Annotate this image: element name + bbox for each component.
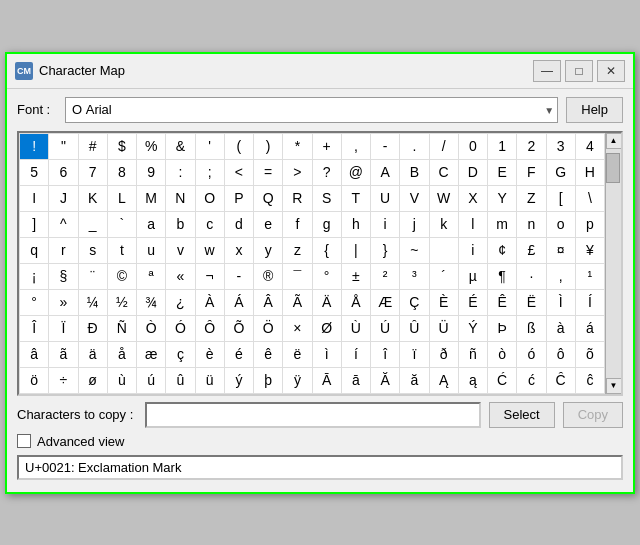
char-cell[interactable]: u <box>137 238 166 264</box>
char-cell[interactable]: » <box>49 290 78 316</box>
char-cell[interactable]: I <box>20 186 49 212</box>
char-cell[interactable]: â <box>20 342 49 368</box>
char-cell[interactable]: ÷ <box>49 368 78 394</box>
char-cell[interactable]: - <box>371 134 400 160</box>
char-cell[interactable]: D <box>459 160 488 186</box>
char-cell[interactable]: # <box>79 134 108 160</box>
char-cell[interactable]: o <box>547 212 576 238</box>
char-cell[interactable]: § <box>49 264 78 290</box>
char-cell[interactable]: ï <box>400 342 429 368</box>
char-cell[interactable]: Ö <box>254 316 283 342</box>
char-cell[interactable]: ê <box>254 342 283 368</box>
char-cell[interactable]: ; <box>196 160 225 186</box>
char-cell[interactable]: ă <box>400 368 429 394</box>
char-cell[interactable]: ¹ <box>576 264 605 290</box>
char-cell[interactable]: þ <box>254 368 283 394</box>
char-cell[interactable]: Q <box>254 186 283 212</box>
char-cell[interactable]: ¯ <box>283 264 312 290</box>
char-cell[interactable]: P <box>225 186 254 212</box>
char-cell[interactable]: : <box>166 160 195 186</box>
char-cell[interactable]: ! <box>20 134 49 160</box>
char-cell[interactable]: / <box>430 134 459 160</box>
char-cell[interactable]: q <box>20 238 49 264</box>
char-cell[interactable]: · <box>517 264 546 290</box>
char-cell[interactable]: í <box>342 342 371 368</box>
scroll-up-button[interactable]: ▲ <box>606 133 622 149</box>
char-cell[interactable]: ' <box>196 134 225 160</box>
char-cell[interactable]: i <box>459 238 488 264</box>
char-cell[interactable]: ª <box>137 264 166 290</box>
char-cell[interactable]: Ú <box>371 316 400 342</box>
char-cell[interactable]: G <box>547 160 576 186</box>
char-cell[interactable]: Ā <box>313 368 342 394</box>
char-cell[interactable]: 9 <box>137 160 166 186</box>
char-cell[interactable]: ¬ <box>196 264 225 290</box>
char-cell[interactable]: % <box>137 134 166 160</box>
char-cell[interactable]: E <box>488 160 517 186</box>
char-cell[interactable]: { <box>313 238 342 264</box>
char-cell[interactable]: ą <box>459 368 488 394</box>
char-cell[interactable]: ½ <box>108 290 137 316</box>
char-cell[interactable]: } <box>371 238 400 264</box>
char-cell[interactable]: c <box>196 212 225 238</box>
char-cell[interactable]: ÿ <box>283 368 312 394</box>
char-cell[interactable]: \ <box>576 186 605 212</box>
char-cell[interactable]: t <box>108 238 137 264</box>
char-cell[interactable]: ó <box>517 342 546 368</box>
char-cell[interactable]: w <box>196 238 225 264</box>
scroll-thumb[interactable] <box>606 153 620 183</box>
char-cell[interactable]: µ <box>459 264 488 290</box>
scroll-down-button[interactable]: ▼ <box>606 378 622 394</box>
char-cell[interactable]: Ã <box>283 290 312 316</box>
char-cell[interactable]: ù <box>108 368 137 394</box>
char-cell[interactable]: ý <box>225 368 254 394</box>
char-cell[interactable]: 2 <box>517 134 546 160</box>
char-cell[interactable]: b <box>166 212 195 238</box>
char-cell[interactable]: h <box>342 212 371 238</box>
char-cell[interactable]: U <box>371 186 400 212</box>
char-cell[interactable]: ¡ <box>20 264 49 290</box>
char-cell[interactable]: ` <box>108 212 137 238</box>
char-cell[interactable]: ô <box>547 342 576 368</box>
char-cell[interactable]: | <box>342 238 371 264</box>
char-cell[interactable]: ° <box>20 290 49 316</box>
char-cell[interactable]: Î <box>20 316 49 342</box>
char-cell[interactable]: S <box>313 186 342 212</box>
char-cell[interactable]: Ø <box>313 316 342 342</box>
font-selector[interactable]: Ο Arial Ο Times New Roman Ο Courier New … <box>65 97 558 123</box>
char-cell[interactable]: Ù <box>342 316 371 342</box>
char-cell[interactable]: R <box>283 186 312 212</box>
char-cell[interactable]: ¼ <box>79 290 108 316</box>
char-cell[interactable]: C <box>430 160 459 186</box>
char-cell[interactable]: Ă <box>371 368 400 394</box>
char-cell[interactable]: Þ <box>488 316 517 342</box>
char-cell[interactable]: F <box>517 160 546 186</box>
char-cell[interactable]: ì <box>313 342 342 368</box>
char-cell[interactable]: l <box>459 212 488 238</box>
char-cell[interactable]: ò <box>488 342 517 368</box>
char-cell[interactable]: £ <box>517 238 546 264</box>
char-cell[interactable]: v <box>166 238 195 264</box>
char-cell[interactable]: " <box>49 134 78 160</box>
char-cell[interactable]: e <box>254 212 283 238</box>
char-cell[interactable]: Ó <box>166 316 195 342</box>
char-cell[interactable]: Z <box>517 186 546 212</box>
char-cell[interactable]: > <box>283 160 312 186</box>
char-cell[interactable]: K <box>79 186 108 212</box>
char-cell[interactable]: Æ <box>371 290 400 316</box>
char-cell[interactable]: x <box>225 238 254 264</box>
char-cell[interactable]: ? <box>313 160 342 186</box>
char-cell[interactable]: á <box>576 316 605 342</box>
advanced-view-checkbox[interactable] <box>17 434 31 448</box>
char-cell[interactable]: ® <box>254 264 283 290</box>
char-cell[interactable]: ø <box>79 368 108 394</box>
char-cell[interactable]: 8 <box>108 160 137 186</box>
char-cell[interactable]: [ <box>547 186 576 212</box>
char-cell[interactable]: ´ <box>430 264 459 290</box>
char-cell[interactable]: ] <box>20 212 49 238</box>
char-cell[interactable]: Ñ <box>108 316 137 342</box>
char-cell[interactable]: r <box>49 238 78 264</box>
char-cell[interactable] <box>430 238 459 264</box>
char-cell[interactable]: _ <box>79 212 108 238</box>
char-cell[interactable]: f <box>283 212 312 238</box>
